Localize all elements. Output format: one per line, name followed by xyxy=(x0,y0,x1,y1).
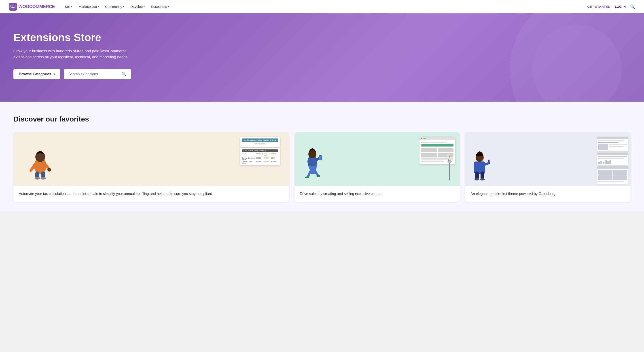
chevron-down-icon: ▾ xyxy=(71,5,72,8)
hero-title: Extensions Store xyxy=(14,31,630,43)
svg-point-30 xyxy=(480,178,485,180)
svg-point-21 xyxy=(447,154,450,157)
get-started-button[interactable]: GET STARTED xyxy=(588,5,610,8)
nav-item-develop[interactable]: Develop ▾ xyxy=(128,3,147,10)
cards-grid: Tax Jurisdiction Detail Report ⊕ ⊗ ⊗ CAL… xyxy=(14,132,630,202)
document-stack: Tax Jurisdiction Detail Report ⊕ ⊗ ⊗ CAL… xyxy=(240,137,280,165)
svg-point-14 xyxy=(316,175,320,177)
search-input[interactable] xyxy=(68,72,119,76)
svg-point-4 xyxy=(35,177,40,179)
card-tax[interactable]: Tax Jurisdiction Detail Report ⊕ ⊗ ⊗ CAL… xyxy=(14,132,289,202)
card-theme-image xyxy=(465,132,630,186)
chevron-down-icon: ▾ xyxy=(123,5,124,8)
search-button[interactable]: 🔍 xyxy=(122,72,126,77)
hero-section: Extensions Store Grow your business with… xyxy=(0,13,644,102)
chevron-down-icon: ▾ xyxy=(168,5,169,8)
card-content-image xyxy=(294,132,460,186)
card-content-description: Drive sales by creating and selling excl… xyxy=(300,191,454,196)
svg-line-12 xyxy=(314,171,318,176)
chevron-down-icon: ▾ xyxy=(144,5,145,8)
svg-point-29 xyxy=(474,178,480,180)
svg-rect-17 xyxy=(319,156,322,160)
brand-name: WOOCOMMERCE xyxy=(18,4,55,9)
search-icon: 🔍 xyxy=(122,72,126,77)
svg-line-11 xyxy=(308,172,310,177)
card-tax-body: Automate your tax calculations at the po… xyxy=(14,186,289,202)
nav-item-resources[interactable]: Resources ▾ xyxy=(148,3,172,10)
svg-line-6 xyxy=(31,165,35,171)
card-content-body: Drive sales by creating and selling excl… xyxy=(294,186,460,202)
favorites-title: Discover our favorites xyxy=(14,115,630,123)
hero-description: Grow your business with hundreds of free… xyxy=(14,48,130,60)
chevron-down-icon: ▾ xyxy=(98,5,99,8)
card-tax-description: Automate your tax calculations at the po… xyxy=(19,191,284,196)
search-box: 🔍 xyxy=(64,69,131,79)
svg-point-5 xyxy=(40,177,46,179)
chevron-down-icon: ▾ xyxy=(54,72,55,76)
browse-categories-label: Browse Categories xyxy=(19,72,51,76)
multi-browser xyxy=(597,137,628,184)
nav-items: Sell ▾ Marketplace ▾ Community ▾ Develop… xyxy=(62,3,587,10)
card-tax-image: Tax Jurisdiction Detail Report ⊕ ⊗ ⊗ CAL… xyxy=(14,132,289,186)
logo[interactable]: WOOCOMMERCE xyxy=(9,3,55,11)
svg-rect-18 xyxy=(449,163,450,180)
navbar: WOOCOMMERCE Sell ▾ Marketplace ▾ Communi… xyxy=(0,0,644,13)
lamp-post xyxy=(446,154,453,181)
logo-icon xyxy=(9,3,17,11)
running-person xyxy=(301,143,324,179)
nav-item-sell[interactable]: Sell ▾ xyxy=(62,3,75,10)
navbar-actions: GET STARTED LOG IN 🔍 xyxy=(588,4,635,9)
card-person xyxy=(470,147,490,181)
svg-point-8 xyxy=(48,168,51,172)
svg-rect-28 xyxy=(480,172,484,179)
person-figure xyxy=(27,145,54,181)
nav-item-community[interactable]: Community ▾ xyxy=(102,3,127,10)
browse-categories-button[interactable]: Browse Categories ▾ xyxy=(14,69,60,79)
card-theme-description: An elegant, mobile-first theme powered b… xyxy=(470,191,625,196)
card-theme-body: An elegant, mobile-first theme powered b… xyxy=(465,186,630,202)
favorites-section: Discover our favorites xyxy=(0,102,644,211)
card-content[interactable]: Drive sales by creating and selling excl… xyxy=(294,132,460,202)
svg-rect-27 xyxy=(475,172,479,179)
login-button[interactable]: LOG IN xyxy=(615,5,626,8)
nav-item-marketplace[interactable]: Marketplace ▾ xyxy=(76,3,102,10)
hero-controls: Browse Categories ▾ 🔍 xyxy=(14,69,630,79)
search-icon[interactable]: 🔍 xyxy=(630,4,635,9)
card-theme[interactable]: An elegant, mobile-first theme powered b… xyxy=(465,132,630,202)
